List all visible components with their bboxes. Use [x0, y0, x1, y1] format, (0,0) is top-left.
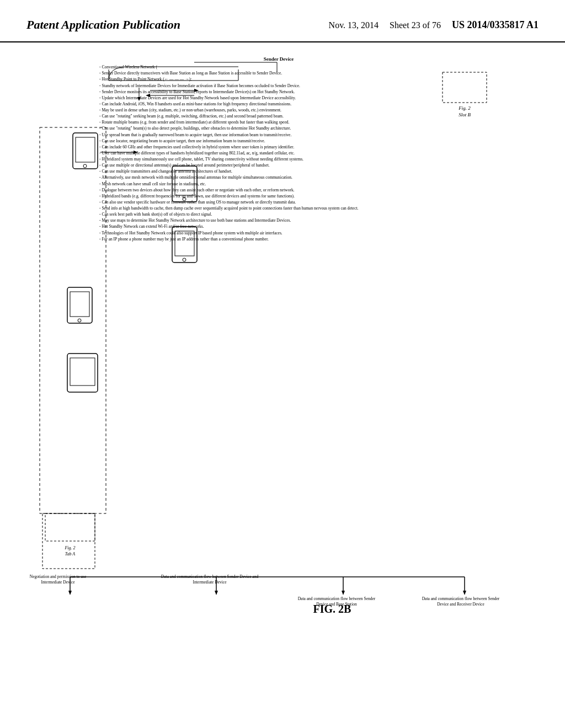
svg-marker-34 [68, 591, 72, 595]
svg-text:Tab A: Tab A [65, 552, 76, 556]
list-item: Can seek best path with bank shot(s) off… [99, 212, 414, 217]
page-header: Patent Application Publication Nov. 13, … [0, 0, 565, 42]
feature-list: Conventional Wireless Network (Sender De… [99, 65, 414, 242]
negotiation-label: Negotiation and permission to use Interm… [22, 574, 94, 585]
list-item: Send info at high bandwidth to cache, th… [99, 206, 414, 211]
svg-marker-38 [342, 591, 345, 595]
list-item: Can use multiple transmitters and change… [99, 169, 414, 174]
svg-point-12 [83, 164, 87, 168]
list-item: Can use "rotating" seeking beam (e.g. mu… [99, 114, 414, 119]
svg-rect-27 [40, 127, 106, 513]
list-item: User can have multiple different types o… [99, 151, 414, 156]
svg-point-21 [78, 319, 81, 322]
svg-rect-20 [70, 292, 89, 317]
svg-text:Fig. 2: Fig. 2 [458, 105, 471, 111]
diagram-area: Fig. 2 Slot B [22, 56, 543, 662]
data-flow-base-label: Data and communication flow between Send… [292, 596, 381, 607]
svg-rect-44 [180, 558, 258, 574]
list-item: Technologies of Hot Standby Network coul… [99, 231, 414, 236]
list-item: Hot Standby Network can extend Wi-Fi and… [99, 224, 414, 229]
list-item: Use spread beam that is gradually narrow… [99, 132, 414, 138]
svg-rect-19 [67, 287, 92, 323]
list-item: May use maps to determine Hot Standby Ne… [99, 218, 414, 223]
main-text-content: Sender Device Conventional Wireless Netw… [99, 56, 414, 243]
list-item: Can include 60 GHz and other frequencies… [99, 144, 414, 150]
svg-rect-0 [443, 72, 487, 103]
list-item: Can use locator, negotiating beam to acq… [99, 138, 414, 144]
svg-text:Slot B: Slot B [459, 112, 471, 117]
list-item: For an IP phone a phone number may be ju… [99, 237, 414, 242]
list-item: Rotate multiple beams (e.g. from sender … [99, 120, 414, 125]
list-item: Mesh network can have small cell size fo… [99, 181, 414, 187]
svg-rect-23 [70, 358, 95, 386]
list-item: Can include Android, iOS, Win 8 handsets… [99, 101, 414, 107]
list-item: Sender Device directly transceivers with… [99, 71, 414, 76]
svg-marker-36 [215, 591, 218, 595]
list-item: Alternatively, use mesh network with mul… [99, 175, 414, 180]
publication-date: Nov. 13, 2014 [329, 20, 379, 30]
list-item: Conventional Wireless Network ( [99, 65, 414, 70]
list-item: Standby network of Intermediate Devices … [99, 83, 414, 89]
list-item: Hybridized system may simultaneously use… [99, 157, 414, 162]
publication-title: Patent Application Publication [26, 18, 180, 32]
header-metadata: Nov. 13, 2014 Sheet 23 of 76 US 2014/033… [329, 18, 539, 33]
list-item: Sender Device monitors its accessibility… [99, 89, 414, 95]
svg-rect-10 [73, 133, 98, 169]
svg-rect-24 [45, 513, 95, 541]
list-item: Update which Intermediate Devices are us… [99, 95, 414, 101]
sheet-info: Sheet 23 of 76 [390, 20, 441, 30]
publication-number: US 2014/0335817 A1 [452, 19, 539, 30]
svg-rect-22 [67, 354, 98, 392]
svg-text:Fig. 2: Fig. 2 [64, 545, 75, 550]
list-item: Hybridized bands (e.g. different frequen… [99, 194, 414, 199]
main-content: Fig. 2 Slot B [0, 42, 565, 676]
list-item: Can also use vendor specific hardware or… [99, 200, 414, 205]
list-item: May be used in dense urban (city, stadiu… [99, 108, 414, 113]
svg-point-18 [183, 258, 186, 261]
svg-rect-11 [76, 137, 95, 162]
sender-device-label: Sender Device [143, 56, 414, 62]
list-item: Can use "rotating" beam(s) to also detec… [99, 126, 414, 131]
list-item: Dialogue between two devices about how t… [99, 188, 414, 193]
list-item: Hot Standby Point to Point Network (← — … [99, 77, 414, 82]
data-flow-right-label: Data and communication flow between Send… [419, 596, 502, 607]
svg-marker-40 [463, 591, 466, 595]
list-item: Can use multiple or directional antenna(… [99, 163, 414, 168]
data-flow-center-label: Data and communication flow between Send… [154, 574, 265, 585]
